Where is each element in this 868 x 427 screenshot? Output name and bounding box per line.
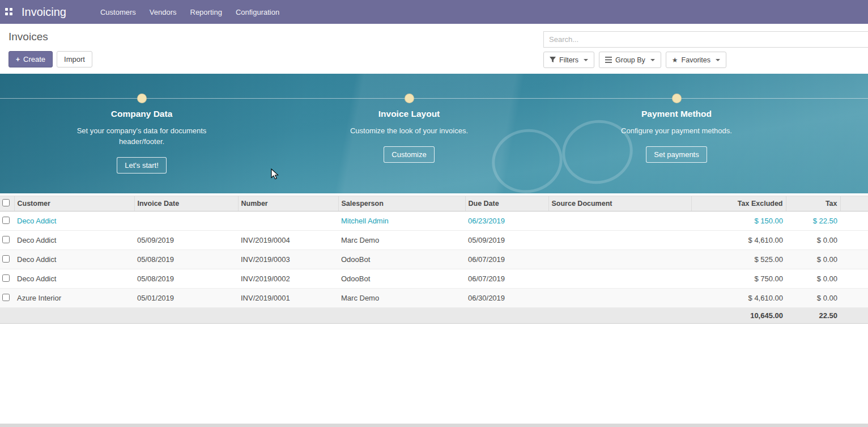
create-button-label: Create <box>23 55 45 64</box>
cell-tax[interactable]: $ 0.00 <box>786 231 840 250</box>
create-button[interactable]: + Create <box>8 51 53 67</box>
step-title: Company Data <box>51 109 232 119</box>
cell-due-date[interactable]: 05/09/2019 <box>465 231 548 250</box>
menu-reporting[interactable]: Reporting <box>184 1 229 23</box>
onboarding-step-payment-method: Payment Method Configure your payment me… <box>586 109 767 163</box>
top-menu: Customers Vendors Reporting Configuratio… <box>93 1 286 23</box>
table-row[interactable]: Deco Addict Mitchell Admin 06/23/2019 $ … <box>0 212 868 231</box>
column-number[interactable]: Number <box>238 196 338 212</box>
cell-tax[interactable]: $ 0.00 <box>786 269 840 289</box>
cell-number[interactable] <box>238 212 338 231</box>
row-checkbox[interactable] <box>2 294 10 301</box>
cell-tax[interactable]: $ 0.00 <box>786 289 840 308</box>
cell-tax[interactable]: $ 22.50 <box>786 212 840 231</box>
row-checkbox[interactable] <box>2 255 10 263</box>
cell-due-date[interactable]: 06/23/2019 <box>465 212 548 231</box>
onboarding-step-invoice-layout: Invoice Layout Customize the look of you… <box>318 109 500 163</box>
cell-salesperson[interactable]: Mitchell Admin <box>338 212 465 231</box>
group-by-dropdown[interactable]: Group By <box>599 52 661 68</box>
table-row[interactable]: Deco Addict 05/09/2019 INV/2019/0004 Mar… <box>0 231 868 250</box>
cell-source-document[interactable] <box>548 212 691 231</box>
cell-customer[interactable]: Deco Addict <box>14 231 134 250</box>
lets-start-button[interactable]: Let's start! <box>117 157 167 174</box>
onboarding-step-dot <box>137 94 147 103</box>
horizontal-scrollbar[interactable] <box>0 424 868 427</box>
control-panel: Invoices + Create Import Filters Group <box>0 24 868 74</box>
column-salesperson[interactable]: Salesperson <box>338 196 465 212</box>
cell-salesperson[interactable]: OdooBot <box>338 250 465 269</box>
column-invoice-date[interactable]: Invoice Date <box>134 196 238 212</box>
app-title[interactable]: Invoicing <box>22 6 66 19</box>
star-icon: ★ <box>672 56 678 64</box>
row-checkbox[interactable] <box>2 236 10 243</box>
cell-invoice-date[interactable]: 05/08/2019 <box>134 250 238 269</box>
cell-salesperson[interactable]: Marc Demo <box>338 231 465 250</box>
invoice-table-body: Deco Addict Mitchell Admin 06/23/2019 $ … <box>0 212 868 308</box>
apps-icon-square <box>10 12 12 15</box>
cell-due-date[interactable]: 06/07/2019 <box>465 269 548 289</box>
cell-source-document[interactable] <box>548 289 691 308</box>
column-customer[interactable]: Customer <box>14 196 134 212</box>
select-all-checkbox[interactable] <box>2 199 10 206</box>
column-due-date[interactable]: Due Date <box>465 196 548 212</box>
table-row[interactable]: Azure Interior 05/01/2019 INV/2019/0001 … <box>0 289 868 308</box>
footer-spacer <box>0 308 691 324</box>
import-button[interactable]: Import <box>57 51 92 67</box>
column-source-document[interactable]: Source Document <box>548 196 691 212</box>
cell-invoice-date[interactable]: 05/09/2019 <box>134 231 238 250</box>
search-input[interactable] <box>543 31 868 48</box>
filters-dropdown[interactable]: Filters <box>543 52 594 68</box>
cell-due-date[interactable]: 06/07/2019 <box>465 250 548 269</box>
table-footer-row: 10,645.00 22.50 <box>0 308 868 324</box>
group-by-label: Group By <box>615 56 645 64</box>
cell-number[interactable]: INV/2019/0002 <box>238 269 338 289</box>
customize-button[interactable]: Customize <box>384 146 434 163</box>
cell-source-document[interactable] <box>548 231 691 250</box>
cell-tax[interactable]: $ 0.00 <box>786 250 840 269</box>
total-tax-excluded: 10,645.00 <box>691 308 786 324</box>
filter-icon <box>550 57 556 63</box>
cell-customer[interactable]: Azure Interior <box>14 289 134 308</box>
apps-menu-icon[interactable] <box>5 8 13 16</box>
column-tax-excluded[interactable]: Tax Excluded <box>691 196 786 212</box>
step-description: Configure your payment methods. <box>610 126 743 137</box>
cell-tax-excluded[interactable]: $ 150.00 <box>691 212 786 231</box>
set-payments-button[interactable]: Set payments <box>646 146 707 163</box>
table-header-row: Customer Invoice Date Number Salesperson… <box>0 196 868 212</box>
cell-number[interactable]: INV/2019/0004 <box>238 231 338 250</box>
cell-number[interactable]: INV/2019/0003 <box>238 250 338 269</box>
cell-customer[interactable]: Deco Addict <box>14 250 134 269</box>
cell-tax-excluded[interactable]: $ 4,610.00 <box>691 289 786 308</box>
cell-invoice-date[interactable]: 05/08/2019 <box>134 269 238 289</box>
group-by-icon <box>605 57 612 63</box>
cell-due-date[interactable]: 06/30/2019 <box>465 289 548 308</box>
plus-icon: + <box>16 56 20 64</box>
apps-icon-square <box>5 12 8 15</box>
cell-tax-excluded[interactable]: $ 525.00 <box>691 250 786 269</box>
cell-source-document[interactable] <box>548 250 691 269</box>
column-tax[interactable]: Tax <box>786 196 840 212</box>
cell-extra <box>840 269 868 289</box>
cell-number[interactable]: INV/2019/0001 <box>238 289 338 308</box>
cell-customer[interactable]: Deco Addict <box>14 269 134 289</box>
invoice-list: Customer Invoice Date Number Salesperson… <box>0 196 868 324</box>
menu-configuration[interactable]: Configuration <box>229 1 286 23</box>
table-row[interactable]: Deco Addict 05/08/2019 INV/2019/0002 Odo… <box>0 269 868 289</box>
cell-tax-excluded[interactable]: $ 4,610.00 <box>691 231 786 250</box>
cell-salesperson[interactable]: Marc Demo <box>338 289 465 308</box>
favorites-dropdown[interactable]: ★ Favorites <box>666 52 726 68</box>
cell-source-document[interactable] <box>548 269 691 289</box>
cell-invoice-date[interactable]: 05/01/2019 <box>134 289 238 308</box>
cell-select <box>0 231 14 250</box>
cell-customer[interactable]: Deco Addict <box>14 212 134 231</box>
menu-customers[interactable]: Customers <box>93 1 143 23</box>
cell-tax-excluded[interactable]: $ 750.00 <box>691 269 786 289</box>
cell-invoice-date[interactable] <box>134 212 238 231</box>
row-checkbox[interactable] <box>2 274 10 282</box>
cell-salesperson[interactable]: OdooBot <box>338 269 465 289</box>
table-row[interactable]: Deco Addict 05/08/2019 INV/2019/0003 Odo… <box>0 250 868 269</box>
row-checkbox[interactable] <box>2 217 10 224</box>
top-navbar: Invoicing Customers Vendors Reporting Co… <box>0 0 868 24</box>
menu-vendors[interactable]: Vendors <box>143 1 184 23</box>
invoice-table: Customer Invoice Date Number Salesperson… <box>0 196 868 324</box>
